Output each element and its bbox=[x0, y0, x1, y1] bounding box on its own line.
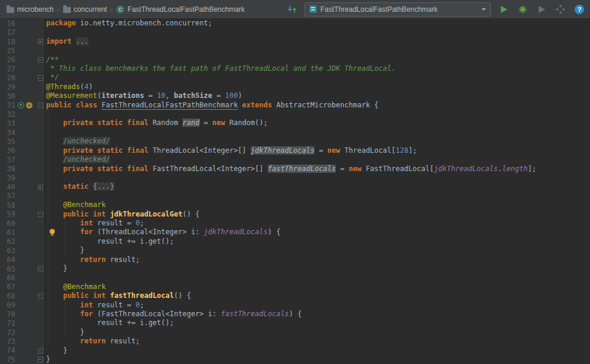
folder-icon bbox=[6, 7, 14, 13]
run-marker-icon[interactable] bbox=[18, 102, 24, 109]
breadcrumb-class[interactable]: FastThreadLocalFastPathBenchmark bbox=[114, 4, 247, 15]
gutter-row: 59− bbox=[0, 210, 43, 219]
line-number: 16 bbox=[0, 19, 15, 28]
line-number: 38 bbox=[0, 165, 15, 173]
code-line[interactable]: return result; bbox=[46, 337, 590, 346]
code-line[interactable]: @Benchmark bbox=[46, 201, 590, 209]
code-line[interactable]: private static final FastThreadLocal<Int… bbox=[46, 165, 590, 173]
fold-marker[interactable]: − bbox=[38, 266, 43, 271]
code-line[interactable]: * This class benchmarks the fast path of… bbox=[46, 64, 590, 73]
code-line[interactable] bbox=[46, 192, 590, 201]
fold-marker[interactable]: + bbox=[38, 185, 43, 190]
code-line[interactable]: int result = 0; bbox=[46, 219, 590, 228]
line-number: 30 bbox=[0, 92, 15, 100]
code-line[interactable]: @Benchmark bbox=[46, 283, 590, 291]
code-line[interactable] bbox=[46, 28, 590, 37]
line-number: 63 bbox=[0, 247, 15, 255]
line-number: 72 bbox=[0, 329, 15, 337]
gutter-row: 27 bbox=[0, 64, 43, 73]
gutter-row: 67 bbox=[0, 283, 43, 291]
code-line[interactable]: } bbox=[46, 246, 590, 255]
line-number: 62 bbox=[0, 237, 15, 245]
gutter-row: 65− bbox=[0, 264, 43, 273]
sync-arrows-icon[interactable] bbox=[287, 5, 297, 14]
fold-marker[interactable]: − bbox=[38, 57, 43, 63]
fold-marker[interactable]: + bbox=[38, 39, 43, 44]
fold-marker[interactable]: − bbox=[38, 76, 43, 81]
code-line[interactable]: } bbox=[46, 264, 590, 273]
class-icon bbox=[116, 5, 124, 14]
code-line[interactable]: result += i.get(); bbox=[46, 237, 590, 246]
run-button[interactable] bbox=[498, 4, 510, 15]
gutter-row: 37 bbox=[0, 155, 43, 164]
breadcrumb-concurrent[interactable]: concurrent bbox=[61, 4, 109, 15]
fold-marker[interactable]: − bbox=[38, 357, 43, 362]
gutter-row: 58 bbox=[0, 201, 43, 209]
help-button[interactable]: ? bbox=[573, 4, 585, 15]
line-number: 28 bbox=[0, 74, 15, 82]
gutter-row: 72 bbox=[0, 328, 43, 337]
gutter-row: 30 bbox=[0, 91, 43, 100]
code-area[interactable]: package io.netty.microbench.concurrent;i… bbox=[44, 19, 590, 364]
code-line[interactable]: @Measurement(iterations = 10, batchSize … bbox=[46, 91, 590, 100]
fold-marker[interactable]: − bbox=[38, 103, 43, 108]
run-config-select[interactable]: FastThreadLocalFastPathBenchmark bbox=[304, 2, 491, 17]
code-line[interactable]: */ bbox=[46, 73, 590, 82]
line-number: 25 bbox=[0, 47, 15, 55]
gutter-row: 36 bbox=[0, 146, 43, 155]
code-line[interactable]: public int jdkThreadLocalGet() { bbox=[46, 210, 590, 219]
code-line[interactable]: int result = 0; bbox=[46, 301, 590, 310]
line-number: 32 bbox=[0, 110, 15, 119]
override-marker-icon[interactable] bbox=[26, 102, 32, 109]
concurrency-diagram-button[interactable] bbox=[555, 4, 566, 15]
code-line[interactable]: } bbox=[46, 346, 590, 355]
code-line[interactable]: import ... bbox=[46, 37, 590, 46]
run-coverage-button[interactable] bbox=[517, 4, 529, 15]
line-number: 36 bbox=[0, 146, 15, 155]
code-line[interactable]: } bbox=[46, 355, 590, 364]
code-line[interactable]: for (ThreadLocal<Integer> i: jdkThreadLo… bbox=[46, 228, 590, 237]
code-line[interactable]: result += i.get(); bbox=[46, 319, 590, 327]
code-line[interactable] bbox=[46, 128, 590, 137]
code-line[interactable]: private static final Random rand = new R… bbox=[46, 119, 590, 127]
line-number: 31 bbox=[0, 101, 15, 109]
breadcrumb-microbench[interactable]: microbench bbox=[5, 4, 55, 15]
code-line[interactable]: package io.netty.microbench.concurrent; bbox=[46, 19, 590, 28]
line-number: 67 bbox=[0, 283, 15, 291]
breadcrumb-label: microbench bbox=[17, 5, 54, 14]
code-line[interactable]: return result; bbox=[46, 255, 590, 264]
fold-marker[interactable]: − bbox=[38, 212, 43, 217]
code-line[interactable]: } bbox=[46, 328, 590, 337]
line-number: 61 bbox=[0, 228, 15, 237]
code-line[interactable] bbox=[46, 173, 590, 182]
editor[interactable]: 161718+2526−2728−293031−3233343536373839… bbox=[0, 19, 590, 364]
code-line[interactable] bbox=[46, 110, 590, 119]
profile-button[interactable] bbox=[536, 4, 548, 15]
code-line[interactable]: for (FastThreadLocal<Integer> i: fastThr… bbox=[46, 310, 590, 319]
line-number: 29 bbox=[0, 83, 15, 91]
breadcrumb-label: concurrent bbox=[74, 5, 107, 14]
code-line[interactable]: static {...} bbox=[46, 182, 590, 191]
line-number: 34 bbox=[0, 129, 15, 137]
line-number: 71 bbox=[0, 319, 15, 327]
code-line[interactable]: @Threads(4) bbox=[46, 83, 590, 91]
fold-marker[interactable]: − bbox=[38, 348, 43, 353]
code-line[interactable]: public int fastThreadLocal() { bbox=[46, 291, 590, 300]
code-line[interactable]: /unchecked/ bbox=[46, 137, 590, 146]
fold-marker[interactable]: − bbox=[38, 293, 43, 299]
gutter-row: 29 bbox=[0, 83, 43, 91]
gutter-row: 16 bbox=[0, 19, 43, 28]
code-line[interactable] bbox=[46, 273, 590, 282]
line-number: 27 bbox=[0, 65, 15, 73]
code-line[interactable]: public class FastThreadLocalFastPathBenc… bbox=[46, 101, 590, 110]
gutter-row: 74− bbox=[0, 346, 43, 355]
breadcrumb-separator: › bbox=[110, 6, 113, 13]
code-line[interactable]: /unchecked/ bbox=[46, 155, 590, 164]
gutter-row: 28− bbox=[0, 73, 43, 82]
code-line[interactable]: /** bbox=[46, 55, 590, 64]
gutter-row: 38 bbox=[0, 165, 43, 173]
code-line[interactable]: private static final ThreadLocal<Integer… bbox=[46, 146, 590, 155]
code-line[interactable] bbox=[46, 46, 590, 55]
navigation-bar: microbench › concurrent › FastThreadLoca… bbox=[0, 0, 590, 19]
gutter-row: 62 bbox=[0, 237, 43, 246]
